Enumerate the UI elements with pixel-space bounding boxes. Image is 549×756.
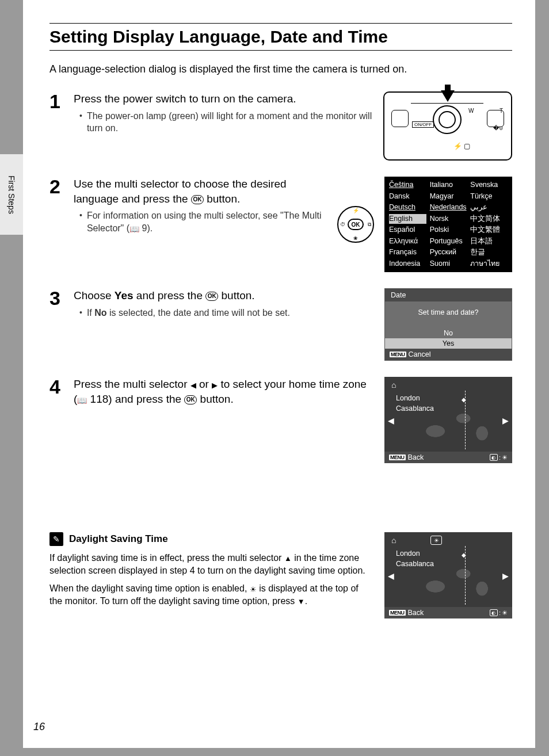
- dst-sun-icon: ☀: [250, 585, 257, 595]
- lang-item: Polski: [430, 225, 467, 235]
- step-title: Use the multi selector to choose the des…: [74, 177, 323, 206]
- step-4: 4 Press the multi selector ◀ or ▶ to sel…: [49, 377, 512, 463]
- lang-item: 日本語: [470, 236, 508, 247]
- note-pencil-icon: ✎: [49, 532, 63, 546]
- world-map-icon: [407, 406, 501, 448]
- exposure-icon: ⧉: [368, 222, 371, 228]
- dialog-footer: MENU Cancel: [385, 349, 512, 360]
- step-number: 3: [49, 288, 64, 319]
- left-arrow-icon: ◀: [388, 416, 394, 425]
- world-map-icon: [407, 561, 501, 604]
- book-icon: 📖: [129, 224, 139, 234]
- selector-icon: ◐: [490, 609, 498, 616]
- intro-text: A language-selection dialog is displayed…: [49, 63, 512, 75]
- section-tab-label: First Steps: [7, 175, 16, 214]
- step-title: Press the power switch to turn on the ca…: [74, 91, 374, 106]
- city-label: London: [396, 549, 420, 558]
- onoff-label: ON/OFF: [412, 121, 434, 128]
- macro-icon: ❀: [353, 235, 358, 241]
- step-1: 1 Press the power switch to turn on the …: [49, 91, 512, 161]
- option-yes-selected: Yes: [385, 338, 512, 349]
- camera-top-illustration: ON/OFF W T �⊍ ⚡ ▢: [383, 91, 512, 161]
- dialog-question: Set time and date?: [385, 307, 512, 328]
- lang-item: ภาษาไทย: [470, 259, 508, 269]
- power-dial-icon: [433, 105, 462, 134]
- press-arrow-icon: [441, 90, 455, 102]
- left-arrow-icon: ◀: [388, 571, 394, 581]
- multi-selector-icon: ⚡ ❀ ⏱ ⧉ OK: [337, 206, 374, 243]
- timezone-screen-dst: ⌂ ☀ London Casablanca ◀ ▶ ◆ MENUBack ◐:☀: [384, 532, 512, 618]
- dst-callout: ✎ Daylight Saving Time If daylight savin…: [49, 532, 512, 618]
- dst-enabled-icon: ☀: [430, 536, 442, 545]
- step-number: 2: [49, 177, 64, 235]
- callout-p1: If daylight saving time is in effect, pr…: [49, 552, 373, 578]
- magnify-icon: �⊍: [493, 125, 503, 131]
- dialog-title: Date: [385, 289, 512, 301]
- left-arrow-icon: ◀: [190, 381, 196, 390]
- manual-page: First Steps Setting Display Language, Da…: [23, 0, 535, 748]
- bullet-text: For information on using the multi selec…: [87, 209, 323, 234]
- lang-item: Čeština: [389, 180, 426, 190]
- step-number: 4: [49, 377, 64, 410]
- step-title: Choose Yes and press the OK button.: [74, 288, 375, 303]
- tele-label: T: [500, 108, 503, 114]
- bullet-dot-icon: •: [79, 110, 82, 135]
- step-3: 3 Choose Yes and press the OK button. • …: [49, 288, 512, 361]
- wide-label: W: [468, 108, 474, 114]
- ok-button-icon: OK: [191, 195, 204, 204]
- step-number: 1: [49, 91, 64, 135]
- bullet-dot-icon: •: [79, 209, 82, 234]
- section-tab: First Steps: [0, 154, 23, 235]
- location-pointer-icon: ◆: [462, 552, 466, 558]
- callout-heading: Daylight Saving Time: [69, 533, 168, 545]
- lang-item: Français: [389, 247, 426, 258]
- option-no: No: [385, 328, 512, 338]
- lang-item: عربي: [470, 203, 508, 213]
- dst-small-icon: ☀: [502, 454, 508, 461]
- self-timer-icon: ⏱: [340, 222, 345, 227]
- step-bullet: • For information on using the multi sel…: [79, 209, 323, 234]
- lang-item: 中文简体: [470, 214, 508, 224]
- flash-mode-icon: ⚡: [353, 208, 359, 213]
- left-button-icon: [391, 110, 409, 127]
- cancel-label: Cancel: [409, 350, 431, 358]
- right-arrow-icon: ▶: [502, 571, 509, 581]
- step-bullet: • The power-on lamp (green) will light f…: [79, 110, 374, 135]
- menu-badge-icon: MENU: [389, 610, 406, 616]
- lang-item: 中文繁體: [470, 225, 508, 235]
- lang-item-selected: English: [389, 214, 426, 224]
- bullet-dot-icon: •: [79, 307, 82, 319]
- lang-item: Türkçe: [470, 192, 508, 202]
- book-icon: 📖: [77, 396, 87, 405]
- home-icon: ⌂: [391, 536, 396, 545]
- menu-badge-icon: MENU: [389, 455, 406, 460]
- lang-item: Español: [389, 225, 426, 235]
- lang-item: Italiano: [430, 180, 467, 190]
- step-bullet: • If No is selected, the date and time w…: [79, 307, 375, 319]
- bullet-text: The power-on lamp (green) will light for…: [87, 110, 374, 135]
- lang-item: Русский: [430, 247, 467, 258]
- bullet-text: If No is selected, the date and time wil…: [87, 307, 290, 319]
- back-label: Back: [408, 453, 424, 461]
- date-confirm-screen: Date Set time and date? No Yes MENU Canc…: [384, 288, 512, 361]
- down-arrow-icon: ▼: [298, 597, 305, 606]
- right-arrow-icon: ▶: [502, 416, 509, 425]
- up-arrow-icon: ▲: [284, 554, 292, 563]
- menu-badge-icon: MENU: [390, 352, 406, 357]
- language-selection-screen: Čeština Italiano Svenska Dansk Magyar Tü…: [384, 177, 512, 272]
- ok-center-icon: OK: [348, 219, 364, 230]
- callout-p2: When the daylight saving time option is …: [49, 582, 373, 608]
- rule-thin: [49, 50, 512, 51]
- flash-icon: ⚡ ▢: [453, 142, 470, 150]
- city-label: London: [396, 394, 420, 402]
- location-pointer-icon: ◆: [462, 396, 466, 403]
- ok-button-icon: OK: [205, 292, 218, 301]
- home-icon: ⌂: [391, 380, 396, 390]
- right-arrow-icon: ▶: [212, 381, 218, 390]
- ok-button-icon: OK: [184, 395, 197, 404]
- lang-item: Norsk: [430, 214, 467, 224]
- lang-item: Svenska: [470, 180, 508, 190]
- lang-item: Nederlands: [430, 203, 467, 213]
- back-label: Back: [408, 609, 424, 617]
- timezone-screen: ⌂ London Casablanca ◀ ▶ ◆ MENUBack ◐:☀: [384, 377, 512, 463]
